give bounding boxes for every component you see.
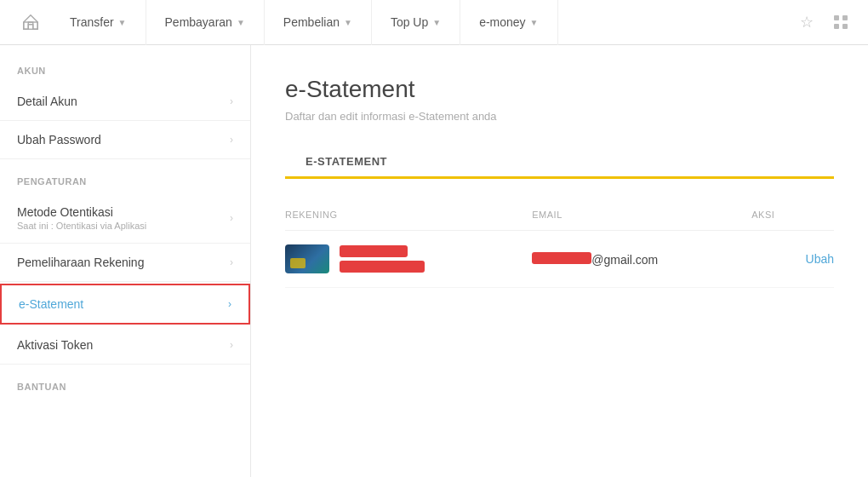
rekening-cell: [285, 231, 532, 288]
sidebar-item-label: e-Statement: [19, 297, 83, 311]
email-suffix: @gmail.com: [591, 253, 658, 267]
sidebar-item-detail-akun[interactable]: Detail Akun ›: [0, 83, 250, 121]
sidebar-item-e-statement[interactable]: e-Statement ›: [0, 284, 250, 325]
tab-e-statement[interactable]: E-STATEMENT: [285, 147, 408, 176]
col-header-rekening: REKENING: [285, 203, 532, 231]
menu-grid-icon[interactable]: [824, 5, 858, 39]
sidebar-section-bantuan: BANTUAN: [0, 382, 250, 399]
chevron-right-icon: ›: [230, 95, 233, 107]
email-cell: @gmail.com: [532, 231, 751, 288]
svg-rect-1: [834, 15, 839, 20]
chevron-right-icon: ›: [230, 134, 233, 146]
sidebar-item-label: Ubah Password: [17, 133, 101, 147]
col-header-aksi: AKSI: [751, 203, 834, 231]
nav-topup[interactable]: Top Up ▼: [372, 0, 460, 45]
ubah-button[interactable]: Ubah: [806, 252, 834, 266]
svg-rect-4: [842, 24, 848, 29]
main-content: e-Statement Daftar dan edit informasi e-…: [251, 45, 868, 477]
e-statement-table: REKENING EMAIL AKSI: [285, 203, 834, 288]
sidebar-item-label: Metode Otentikasi: [17, 205, 146, 219]
rekening-info: [340, 245, 425, 273]
chevron-down-icon: ▼: [530, 18, 539, 27]
favorites-icon[interactable]: ☆: [790, 5, 824, 39]
sidebar-item-label: Pemeliharaan Rekening: [17, 256, 144, 269]
email-redacted: [532, 252, 591, 264]
card-thumbnail: [285, 244, 329, 273]
chevron-right-icon: ›: [230, 339, 233, 351]
svg-rect-3: [834, 24, 839, 29]
sidebar-item-ubah-password[interactable]: Ubah Password ›: [0, 121, 250, 159]
page-title: e-Statement: [285, 76, 834, 103]
chevron-down-icon: ▼: [237, 18, 245, 27]
table-row: @gmail.com Ubah: [285, 231, 834, 288]
rekening-name-redacted: [340, 245, 408, 257]
tab-bar: E-STATEMENT: [285, 147, 834, 179]
sidebar-item-subtitle: Saat ini : Otentikasi via Aplikasi: [17, 221, 146, 231]
action-cell: Ubah: [751, 231, 834, 288]
nav-transfer[interactable]: Transfer ▼: [51, 0, 146, 45]
nav-emoney[interactable]: e-money ▼: [460, 0, 557, 45]
nav-pembayaran[interactable]: Pembayaran ▼: [146, 0, 265, 45]
chevron-down-icon: ▼: [432, 18, 441, 27]
sidebar-section-pengaturan: PENGATURAN: [0, 176, 250, 193]
page-subtitle: Daftar dan edit informasi e-Statement an…: [285, 110, 834, 123]
sidebar-item-label: Detail Akun: [17, 95, 77, 108]
chevron-right-icon: ›: [228, 298, 231, 310]
col-header-email: EMAIL: [532, 203, 751, 231]
sidebar-item-label: Aktivasi Token: [17, 338, 93, 352]
svg-rect-0: [24, 22, 38, 29]
sidebar: AKUN Detail Akun › Ubah Password › PENGA…: [0, 45, 251, 477]
chevron-down-icon: ▼: [344, 18, 352, 27]
chevron-right-icon: ›: [230, 256, 233, 268]
home-button[interactable]: [10, 13, 51, 32]
chevron-down-icon: ▼: [118, 18, 127, 27]
page-layout: AKUN Detail Akun › Ubah Password › PENGA…: [0, 45, 868, 477]
sidebar-item-metode-otentikasi[interactable]: Metode Otentikasi Saat ini : Otentikasi …: [0, 193, 250, 244]
chevron-right-icon: ›: [230, 212, 233, 224]
top-navigation: Transfer ▼ Pembayaran ▼ Pembelian ▼ Top …: [0, 0, 868, 45]
sidebar-item-aktivasi-token[interactable]: Aktivasi Token ›: [0, 326, 250, 365]
svg-rect-2: [842, 15, 848, 20]
rekening-number-redacted: [340, 261, 425, 273]
sidebar-item-pemeliharaan-rekening[interactable]: Pemeliharaan Rekening ›: [0, 244, 250, 282]
nav-pembelian[interactable]: Pembelian ▼: [265, 0, 372, 45]
sidebar-section-akun: AKUN: [0, 66, 250, 83]
